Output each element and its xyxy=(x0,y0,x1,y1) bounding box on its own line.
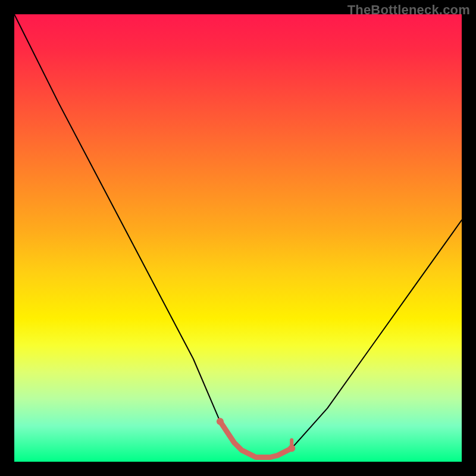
optimal-range-end-dot xyxy=(288,444,295,452)
bottleneck-curve-path xyxy=(14,14,462,458)
bottleneck-curve-svg xyxy=(14,14,462,462)
optimal-range-highlight xyxy=(220,421,292,457)
chart-frame: TheBottleneck.com xyxy=(0,0,476,476)
source-watermark: TheBottleneck.com xyxy=(347,2,470,18)
optimal-range-start-dot xyxy=(217,418,224,425)
